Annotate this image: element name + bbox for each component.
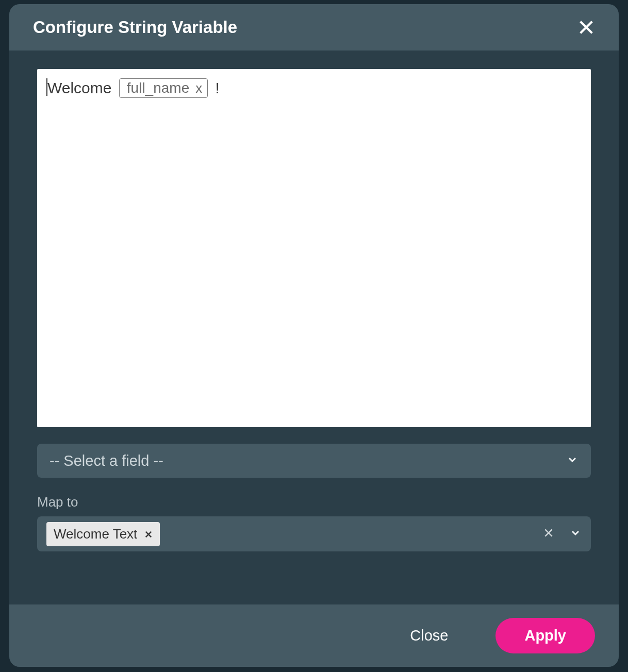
configure-string-variable-modal: Configure String Variable Welcome full_n… [9,4,619,667]
field-select-placeholder: -- Select a field -- [49,452,163,469]
tag-remove-icon[interactable] [144,526,153,542]
map-to-tags: Welcome Text [46,522,160,546]
map-to-section: Map to Welcome Text [37,494,591,551]
modal-header: Configure String Variable [9,4,619,51]
template-text-after: ! [211,79,220,96]
modal-footer: Close Apply [9,604,619,667]
variable-chip[interactable]: full_name x [119,78,208,98]
template-editor[interactable]: Welcome full_name x ! [37,69,591,427]
modal-title: Configure String Variable [33,18,237,37]
clear-icon[interactable] [543,528,554,540]
map-to-tag: Welcome Text [46,522,160,546]
map-to-controls [543,527,582,541]
template-text-before: Welcome [47,79,116,96]
variable-chip-label: full_name [127,80,189,96]
map-to-field[interactable]: Welcome Text [37,516,591,551]
text-cursor [46,78,47,96]
apply-button[interactable]: Apply [495,618,595,653]
map-to-label: Map to [37,494,591,510]
close-icon[interactable] [577,19,595,36]
chevron-down-icon[interactable] [569,527,582,541]
chevron-down-icon [566,452,579,469]
map-to-tag-label: Welcome Text [54,526,137,542]
field-select[interactable]: -- Select a field -- [37,444,591,478]
close-button[interactable]: Close [410,627,448,644]
modal-body: Welcome full_name x ! -- Select a field … [9,51,619,604]
variable-chip-remove-icon[interactable]: x [195,80,202,96]
